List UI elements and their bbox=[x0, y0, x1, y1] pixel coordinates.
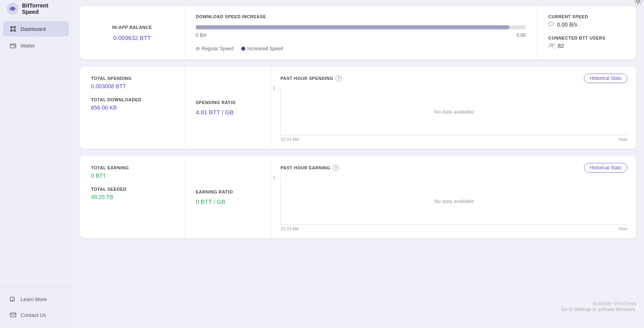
earning-historical-btn[interactable]: Historical Stats bbox=[584, 163, 627, 173]
current-speed-title: CURRENT SPEED bbox=[548, 14, 625, 19]
total-earning-label: TOTAL EARNING bbox=[91, 165, 173, 170]
earning-ratio-label: EARNING RATIO bbox=[196, 190, 260, 194]
spending-x-labels: 10:33 AM Now bbox=[280, 137, 627, 142]
spending-ratio-value: 4.81 BTT / GB bbox=[196, 109, 260, 116]
speed-max: 0.00 bbox=[517, 32, 526, 38]
earning-x-labels: 10:33 AM Now bbox=[280, 226, 627, 231]
wallet-icon bbox=[9, 42, 17, 49]
mail-icon bbox=[9, 311, 17, 319]
earning-no-data: No data available bbox=[434, 198, 474, 204]
earning-x-start: 10:33 AM bbox=[280, 226, 299, 231]
regular-dot bbox=[196, 47, 200, 51]
earning-chart-title: PAST HOUR EARNING ? bbox=[280, 165, 339, 171]
legend-increased: Increased Speed bbox=[241, 46, 283, 51]
earning-chart-section: PAST HOUR EARNING ? Historical Stats 1 N… bbox=[272, 156, 636, 238]
speed-labels: 0 B/s 0.00 bbox=[196, 32, 526, 38]
speed-bar-fill bbox=[196, 25, 509, 29]
total-downloaded-value: 656.00 KB bbox=[91, 104, 173, 111]
bittorrent-logo bbox=[6, 2, 19, 15]
grid-icon bbox=[9, 25, 17, 32]
sidebar-wallet-label: Wallet bbox=[21, 43, 35, 49]
earning-y-label: 1 bbox=[273, 175, 275, 180]
row3-card: TOTAL EARNING 0 BTT TOTAL SEEDED 48.25 T… bbox=[80, 156, 636, 238]
balance-section: IN-APP BALANCE 0.009632 BTT bbox=[80, 6, 185, 59]
balance-value: 0.009632 BTT bbox=[113, 34, 151, 41]
svg-rect-4 bbox=[13, 29, 16, 32]
connected-users-value: 82 bbox=[548, 43, 625, 49]
row2-card: TOTAL SPENDING 0.003008 BTT TOTAL DOWNLO… bbox=[80, 66, 636, 149]
total-spending-label: TOTAL SPENDING bbox=[91, 76, 173, 81]
row1-card: IN-APP BALANCE 0.009632 BTT DOWNLOAD SPE… bbox=[80, 6, 636, 59]
balance-label: IN-APP BALANCE bbox=[112, 25, 152, 30]
earning-totals-section: TOTAL EARNING 0 BTT TOTAL SEEDED 48.25 T… bbox=[80, 156, 185, 238]
total-earning-value: 0 BTT bbox=[91, 173, 173, 179]
current-section: CURRENT SPEED 0.00 B/s CONNECTED BTT USE… bbox=[537, 6, 636, 59]
svg-rect-8 bbox=[10, 313, 16, 317]
sidebar: BitTorrent Speed Dashboard bbox=[0, 0, 72, 328]
speed-legend: Regular Speed Increased Speed bbox=[196, 46, 526, 51]
earning-x-end: Now bbox=[619, 226, 627, 231]
spending-x-start: 10:33 AM bbox=[280, 137, 299, 142]
earning-ratio-section: EARNING RATIO 0 BTT / GB bbox=[185, 156, 272, 238]
svg-point-10 bbox=[549, 44, 552, 46]
cloud-icon bbox=[548, 21, 555, 28]
total-spending-value: 0.003008 BTT bbox=[91, 83, 173, 89]
sidebar-dashboard-label: Dashboard bbox=[21, 26, 46, 32]
speed-min: 0 B/s bbox=[196, 32, 206, 38]
legend-regular-label: Regular Speed bbox=[202, 46, 233, 51]
connected-users-num: 82 bbox=[558, 43, 564, 49]
app-title: BitTorrent Speed bbox=[22, 2, 66, 15]
main-content: IN-APP BALANCE 0.009632 BTT DOWNLOAD SPE… bbox=[72, 0, 644, 328]
svg-rect-3 bbox=[10, 29, 13, 32]
svg-point-11 bbox=[553, 44, 555, 46]
spending-ratio-section: SPENDING RATIO 4.81 BTT / GB bbox=[185, 66, 272, 149]
connected-users-title: CONNECTED BTT USERS bbox=[548, 36, 625, 40]
legend-regular: Regular Speed bbox=[196, 46, 233, 51]
sidebar-item-wallet[interactable]: Wallet bbox=[3, 38, 69, 53]
spending-chart-header: PAST HOUR SPENDING ? Historical Stats bbox=[280, 74, 627, 83]
connected-users-block: CONNECTED BTT USERS 82 bbox=[548, 36, 625, 49]
app-header: BitTorrent Speed bbox=[0, 0, 72, 17]
spending-no-data: No data available bbox=[434, 108, 474, 114]
sidebar-learn-more-label: Learn More bbox=[21, 296, 47, 302]
earning-ratio-value: 0 BTT / GB bbox=[196, 198, 260, 205]
settings-button[interactable] bbox=[632, 0, 644, 9]
current-speed-block: CURRENT SPEED 0.00 B/s bbox=[548, 14, 625, 28]
spending-historical-btn[interactable]: Historical Stats bbox=[584, 74, 627, 83]
spending-totals-section: TOTAL SPENDING 0.003008 BTT TOTAL DOWNLO… bbox=[80, 66, 185, 149]
users-icon bbox=[548, 43, 555, 49]
spending-help-icon[interactable]: ? bbox=[335, 75, 342, 82]
spending-y-label: 1 bbox=[273, 85, 275, 90]
sidebar-contact-us-label: Contact Us bbox=[21, 312, 46, 318]
total-seeded-label: TOTAL SEEDED bbox=[91, 187, 173, 191]
legend-increased-label: Increased Speed bbox=[247, 46, 283, 51]
spending-ratio-label: SPENDING RATIO bbox=[196, 100, 260, 105]
speed-bar-container bbox=[196, 25, 526, 29]
svg-rect-1 bbox=[10, 26, 13, 28]
earning-chart-area: 1 No data available bbox=[280, 177, 627, 225]
spending-x-end: Now bbox=[619, 137, 627, 142]
current-speed-num: 0.00 B/s bbox=[557, 21, 577, 28]
total-downloaded-label: TOTAL DOWNLOADED bbox=[91, 97, 173, 102]
sidebar-nav: Dashboard Wallet bbox=[0, 17, 72, 286]
spending-chart-section: PAST HOUR SPENDING ? Historical Stats 1 … bbox=[272, 66, 636, 149]
spending-chart-title: PAST HOUR SPENDING ? bbox=[280, 75, 342, 82]
increased-dot bbox=[241, 47, 245, 51]
info-icon bbox=[9, 296, 17, 303]
sidebar-bottom: Learn More Contact Us bbox=[0, 286, 72, 328]
speed-title: DOWNLOAD SPEED INCREASE bbox=[196, 14, 526, 19]
spending-chart-area: 1 No data available bbox=[280, 88, 627, 135]
svg-rect-6 bbox=[14, 46, 15, 47]
earning-help-icon[interactable]: ? bbox=[333, 165, 339, 171]
sidebar-item-dashboard[interactable]: Dashboard bbox=[3, 21, 69, 36]
svg-point-9 bbox=[637, 0, 640, 3]
sidebar-item-learn-more[interactable]: Learn More bbox=[3, 292, 69, 307]
speed-section: DOWNLOAD SPEED INCREASE 0 B/s 0.00 Regul… bbox=[185, 6, 537, 59]
earning-chart-header: PAST HOUR EARNING ? Historical Stats bbox=[280, 163, 627, 173]
total-seeded-value: 48.25 TB bbox=[91, 194, 173, 200]
current-speed-value: 0.00 B/s bbox=[548, 21, 625, 28]
svg-rect-2 bbox=[13, 26, 16, 28]
sidebar-item-contact-us[interactable]: Contact Us bbox=[3, 307, 69, 322]
